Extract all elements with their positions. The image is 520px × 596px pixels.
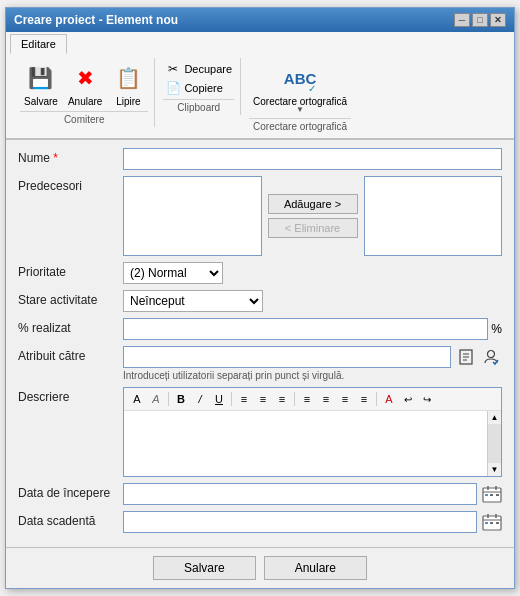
percent-sign: % <box>491 322 502 336</box>
comitere-buttons: 💾 Data de începere Salvare ✖ Anulare 📋 L… <box>20 60 148 109</box>
cancel-button[interactable]: Anulare <box>264 556 367 580</box>
align-left-button[interactable]: ≡ <box>235 390 253 408</box>
eliminare-button[interactable]: < Eliminare <box>268 218 358 238</box>
form-body: Nume * Predecesori Adăugare > < Eliminar… <box>6 140 514 547</box>
predecesori-row: Predecesori Adăugare > < Eliminare <box>18 176 502 256</box>
close-button[interactable]: ✕ <box>490 13 506 27</box>
corectare-group-label: Corectare ortografică <box>249 118 351 132</box>
svg-point-4 <box>488 351 495 358</box>
adaugare-button[interactable]: Adăugare > <box>268 194 358 214</box>
restore-button[interactable]: □ <box>472 13 488 27</box>
calendar-end-icon[interactable] <box>481 511 502 533</box>
italic-button[interactable]: / <box>191 390 209 408</box>
scroll-down-button[interactable]: ▼ <box>489 463 501 476</box>
stare-control: Neînceput În desfășurare Finalizat <box>123 290 502 312</box>
tab-editare[interactable]: Editare <box>10 34 67 54</box>
bold-button[interactable]: B <box>172 390 190 408</box>
predecesori-label: Predecesori <box>18 176 123 193</box>
descriere-textarea[interactable] <box>124 411 501 476</box>
procent-label: % realizat <box>18 318 123 335</box>
anul-ribbon-button[interactable]: ✖ Anulare <box>64 60 106 109</box>
font-color-button[interactable]: A <box>380 390 398 408</box>
toolbar-divider-3 <box>294 392 295 406</box>
predecesori-list-left <box>123 176 262 256</box>
copiere-label: Copiere <box>184 82 223 94</box>
underline-button[interactable]: U <box>210 390 228 408</box>
font-ai-button[interactable]: A <box>147 390 165 408</box>
prioritate-row: Prioritate (2) Normal (1) Scăzut (3) Rid… <box>18 262 502 284</box>
align-right-button[interactable]: ≡ <box>273 390 291 408</box>
undo-button[interactable]: ↩ <box>399 390 417 408</box>
prioritate-select[interactable]: (2) Normal (1) Scăzut (3) Ridicat <box>123 262 223 284</box>
data-scadenta-label: Data scadentă <box>18 511 123 528</box>
list-ul-button[interactable]: ≡ <box>298 390 316 408</box>
list-ol-button[interactable]: ≡ <box>317 390 335 408</box>
procent-row: % realizat % <box>18 318 502 340</box>
descriere-area: A A B / U ≡ ≡ ≡ ≡ ≡ ≡ ≡ <box>123 387 502 477</box>
lipire-ribbon-button[interactable]: 📋 Lipire <box>108 60 148 109</box>
main-window: Creare proiect - Element nou ─ □ ✕ Edita… <box>5 7 515 589</box>
stare-select[interactable]: Neînceput În desfășurare Finalizat <box>123 290 263 312</box>
decupare-button[interactable]: ✂ Decupare <box>163 60 234 78</box>
redo-button[interactable]: ↪ <box>418 390 436 408</box>
procent-input[interactable] <box>123 318 488 340</box>
clipboard-group-label: Clipboard <box>163 99 234 113</box>
save-button[interactable]: Salvare <box>153 556 256 580</box>
atribuit-hint: Introduceți utilizatorii separați prin p… <box>123 370 502 381</box>
check-names-icon[interactable] <box>480 346 502 368</box>
data-incepere-input[interactable] <box>123 483 477 505</box>
predecesori-list-right <box>364 176 503 256</box>
outdent-button[interactable]: ≡ <box>355 390 373 408</box>
atribuit-control: Introduceți utilizatorii separați prin p… <box>123 346 502 381</box>
descriere-toolbar: A A B / U ≡ ≡ ≡ ≡ ≡ ≡ ≡ <box>124 388 501 411</box>
descriere-editor-container: ▲ ▼ <box>124 411 501 476</box>
svg-rect-9 <box>485 494 488 496</box>
copy-icon: 📄 <box>165 80 181 96</box>
data-incepere-label: Data de începere <box>18 483 123 500</box>
corectare-arrow: ▼ <box>296 105 304 114</box>
toolbar-divider-4 <box>376 392 377 406</box>
atribuit-label: Atribuit către <box>18 346 123 363</box>
address-book-icon[interactable] <box>455 346 477 368</box>
atribuit-input[interactable] <box>123 346 451 368</box>
toolbar-divider-1 <box>168 392 169 406</box>
calendar-start-icon[interactable] <box>481 483 502 505</box>
minimize-button[interactable]: ─ <box>454 13 470 27</box>
descriere-label: Descriere <box>18 387 123 404</box>
corectare-button[interactable]: ABC ✓ Corectare ortografică ▼ <box>249 60 351 116</box>
save-icon: 💾 <box>25 62 57 94</box>
copiere-button[interactable]: 📄 Copiere <box>163 79 234 97</box>
svg-rect-17 <box>490 522 493 524</box>
descriere-control: A A B / U ≡ ≡ ≡ ≡ ≡ ≡ ≡ <box>123 387 502 477</box>
data-scadenta-input[interactable] <box>123 511 477 533</box>
corectare-buttons: ABC ✓ Corectare ortografică ▼ <box>249 60 351 116</box>
procent-control: % <box>123 318 502 340</box>
descriere-row: Descriere A A B / U ≡ ≡ ≡ <box>18 387 502 477</box>
stare-label: Stare activitate <box>18 290 123 307</box>
ribbon-tabs: Editare <box>6 32 514 54</box>
required-star: * <box>53 151 58 165</box>
svg-rect-18 <box>496 522 499 524</box>
percent-row: % <box>123 318 502 340</box>
title-bar: Creare proiect - Element nou ─ □ ✕ <box>6 8 514 32</box>
svg-rect-16 <box>485 522 488 524</box>
atribuit-row: Atribuit către <box>18 346 502 381</box>
data-scadenta-control <box>123 511 502 533</box>
align-center-button[interactable]: ≡ <box>254 390 272 408</box>
paste-icon: 📋 <box>112 62 144 94</box>
data-incepere-row: Data de începere <box>18 483 502 505</box>
nume-input[interactable] <box>123 148 502 170</box>
font-a-button[interactable]: A <box>128 390 146 408</box>
salvare-ribbon-label: Salvare <box>24 96 58 107</box>
scissors-icon: ✂ <box>165 61 181 77</box>
salvare-ribbon-button[interactable]: 💾 Data de începere Salvare <box>20 60 62 109</box>
predecesori-buttons: Adăugare > < Eliminare <box>268 176 358 256</box>
nume-row: Nume * <box>18 148 502 170</box>
indent-button[interactable]: ≡ <box>336 390 354 408</box>
comitere-group-label: Comitere <box>20 111 148 125</box>
nume-label: Nume * <box>18 148 123 165</box>
scroll-up-button[interactable]: ▲ <box>489 411 501 424</box>
clipboard-small-buttons: ✂ Decupare 📄 Copiere <box>163 60 234 97</box>
window-title: Creare proiect - Element nou <box>14 13 178 27</box>
data-scadenta-input-row <box>123 511 502 533</box>
